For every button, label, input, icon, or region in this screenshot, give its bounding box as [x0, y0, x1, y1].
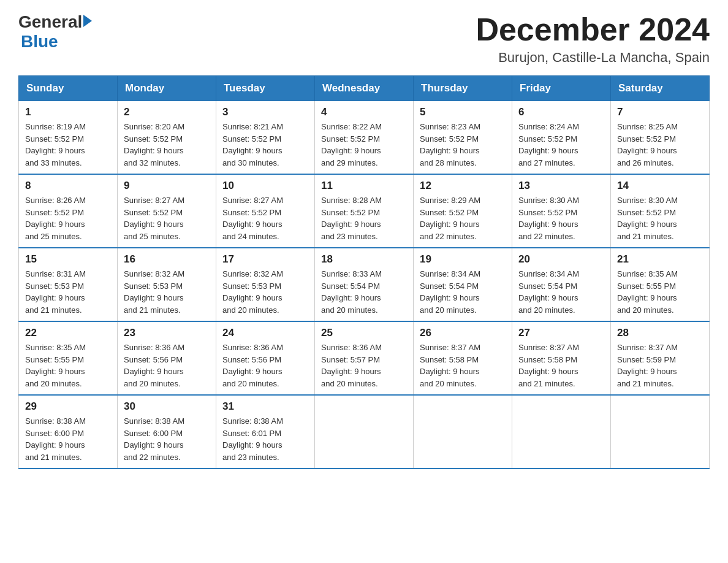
calendar-cell: 25Sunrise: 8:36 AMSunset: 5:57 PMDayligh… [315, 321, 414, 395]
day-number: 22 [25, 327, 111, 339]
calendar-cell: 9Sunrise: 8:27 AMSunset: 5:52 PMDaylight… [118, 174, 216, 248]
calendar-cell: 21Sunrise: 8:35 AMSunset: 5:55 PMDayligh… [611, 248, 710, 321]
calendar-cell: 29Sunrise: 8:38 AMSunset: 6:00 PMDayligh… [19, 395, 118, 469]
weekday-header-saturday: Saturday [611, 76, 710, 101]
day-info: Sunrise: 8:27 AMSunset: 5:52 PMDaylight:… [124, 194, 210, 242]
day-info: Sunrise: 8:38 AMSunset: 6:00 PMDaylight:… [25, 415, 111, 463]
calendar-cell: 15Sunrise: 8:31 AMSunset: 5:53 PMDayligh… [19, 248, 118, 321]
day-number: 2 [124, 106, 210, 118]
calendar-table: SundayMondayTuesdayWednesdayThursdayFrid… [18, 75, 710, 469]
day-info: Sunrise: 8:36 AMSunset: 5:57 PMDaylight:… [321, 342, 407, 389]
day-number: 13 [518, 180, 604, 192]
calendar-cell: 4Sunrise: 8:22 AMSunset: 5:52 PMDaylight… [315, 101, 414, 175]
calendar-cell: 24Sunrise: 8:36 AMSunset: 5:56 PMDayligh… [216, 321, 315, 395]
calendar-cell: 6Sunrise: 8:24 AMSunset: 5:52 PMDaylight… [512, 101, 611, 175]
title-area: December 2024 Burujon, Castille-La Manch… [476, 12, 710, 66]
calendar-cell: 17Sunrise: 8:32 AMSunset: 5:53 PMDayligh… [216, 248, 315, 321]
logo: General Blue [18, 12, 92, 52]
calendar-cell: 20Sunrise: 8:34 AMSunset: 5:54 PMDayligh… [512, 248, 611, 321]
calendar-cell: 11Sunrise: 8:28 AMSunset: 5:52 PMDayligh… [315, 174, 414, 248]
calendar-cell: 13Sunrise: 8:30 AMSunset: 5:52 PMDayligh… [512, 174, 611, 248]
day-info: Sunrise: 8:36 AMSunset: 5:56 PMDaylight:… [124, 342, 210, 389]
day-number: 14 [617, 180, 703, 192]
day-info: Sunrise: 8:25 AMSunset: 5:52 PMDaylight:… [617, 121, 703, 169]
calendar-cell: 14Sunrise: 8:30 AMSunset: 5:52 PMDayligh… [611, 174, 710, 248]
calendar-cell [414, 395, 512, 469]
day-info: Sunrise: 8:34 AMSunset: 5:54 PMDaylight:… [420, 268, 506, 316]
day-number: 20 [518, 253, 604, 266]
day-info: Sunrise: 8:33 AMSunset: 5:54 PMDaylight:… [321, 268, 407, 316]
weekday-header-friday: Friday [512, 76, 611, 101]
day-number: 6 [518, 106, 604, 118]
day-number: 27 [518, 327, 604, 339]
calendar-week-row: 29Sunrise: 8:38 AMSunset: 6:00 PMDayligh… [19, 395, 710, 469]
day-number: 1 [25, 106, 111, 118]
day-number: 8 [25, 180, 111, 192]
calendar-cell: 19Sunrise: 8:34 AMSunset: 5:54 PMDayligh… [414, 248, 512, 321]
day-info: Sunrise: 8:29 AMSunset: 5:52 PMDaylight:… [420, 194, 506, 242]
day-number: 30 [124, 400, 210, 413]
calendar-cell [315, 395, 414, 469]
day-info: Sunrise: 8:23 AMSunset: 5:52 PMDaylight:… [420, 121, 506, 169]
logo-blue-text: Blue [21, 32, 58, 51]
day-info: Sunrise: 8:32 AMSunset: 5:53 PMDaylight:… [124, 268, 210, 316]
weekday-header-monday: Monday [118, 76, 216, 101]
calendar-week-row: 8Sunrise: 8:26 AMSunset: 5:52 PMDaylight… [19, 174, 710, 248]
day-info: Sunrise: 8:28 AMSunset: 5:52 PMDaylight:… [321, 194, 407, 242]
calendar-cell: 10Sunrise: 8:27 AMSunset: 5:52 PMDayligh… [216, 174, 315, 248]
day-number: 12 [420, 180, 506, 192]
month-title: December 2024 [476, 12, 710, 47]
day-info: Sunrise: 8:30 AMSunset: 5:52 PMDaylight:… [518, 194, 604, 242]
day-number: 28 [617, 327, 703, 339]
day-number: 11 [321, 180, 407, 192]
calendar-cell: 22Sunrise: 8:35 AMSunset: 5:55 PMDayligh… [19, 321, 118, 395]
day-number: 15 [25, 253, 111, 266]
calendar-cell: 8Sunrise: 8:26 AMSunset: 5:52 PMDaylight… [19, 174, 118, 248]
calendar-week-row: 22Sunrise: 8:35 AMSunset: 5:55 PMDayligh… [19, 321, 710, 395]
day-info: Sunrise: 8:32 AMSunset: 5:53 PMDaylight:… [222, 268, 308, 316]
day-info: Sunrise: 8:37 AMSunset: 5:58 PMDaylight:… [518, 342, 604, 389]
calendar-cell [512, 395, 611, 469]
day-info: Sunrise: 8:22 AMSunset: 5:52 PMDaylight:… [321, 121, 407, 169]
day-number: 29 [25, 400, 111, 413]
calendar-cell: 3Sunrise: 8:21 AMSunset: 5:52 PMDaylight… [216, 101, 315, 175]
calendar-cell: 18Sunrise: 8:33 AMSunset: 5:54 PMDayligh… [315, 248, 414, 321]
day-info: Sunrise: 8:27 AMSunset: 5:52 PMDaylight:… [222, 194, 308, 242]
calendar-cell: 30Sunrise: 8:38 AMSunset: 6:00 PMDayligh… [118, 395, 216, 469]
day-number: 16 [124, 253, 210, 266]
logo-triangle-icon [83, 15, 92, 27]
day-number: 21 [617, 253, 703, 266]
day-number: 10 [222, 180, 308, 192]
page-header: General Blue December 2024 Burujon, Cast… [18, 12, 710, 66]
weekday-header-row: SundayMondayTuesdayWednesdayThursdayFrid… [19, 76, 710, 101]
day-info: Sunrise: 8:30 AMSunset: 5:52 PMDaylight:… [617, 194, 703, 242]
day-info: Sunrise: 8:31 AMSunset: 5:53 PMDaylight:… [25, 268, 111, 316]
weekday-header-thursday: Thursday [414, 76, 512, 101]
day-number: 18 [321, 253, 407, 266]
day-number: 31 [222, 400, 308, 413]
day-number: 5 [420, 106, 506, 118]
calendar-cell: 12Sunrise: 8:29 AMSunset: 5:52 PMDayligh… [414, 174, 512, 248]
calendar-cell: 16Sunrise: 8:32 AMSunset: 5:53 PMDayligh… [118, 248, 216, 321]
weekday-header-tuesday: Tuesday [216, 76, 315, 101]
day-info: Sunrise: 8:38 AMSunset: 6:00 PMDaylight:… [124, 415, 210, 463]
day-number: 23 [124, 327, 210, 339]
day-info: Sunrise: 8:24 AMSunset: 5:52 PMDaylight:… [518, 121, 604, 169]
weekday-header-wednesday: Wednesday [315, 76, 414, 101]
day-number: 7 [617, 106, 703, 118]
day-info: Sunrise: 8:37 AMSunset: 5:59 PMDaylight:… [617, 342, 703, 389]
calendar-cell: 5Sunrise: 8:23 AMSunset: 5:52 PMDaylight… [414, 101, 512, 175]
calendar-cell [611, 395, 710, 469]
calendar-cell: 23Sunrise: 8:36 AMSunset: 5:56 PMDayligh… [118, 321, 216, 395]
location-title: Burujon, Castille-La Mancha, Spain [476, 50, 710, 66]
day-number: 24 [222, 327, 308, 339]
day-number: 25 [321, 327, 407, 339]
day-number: 17 [222, 253, 308, 266]
day-info: Sunrise: 8:35 AMSunset: 5:55 PMDaylight:… [25, 342, 111, 389]
logo-general-text: General [18, 12, 82, 32]
calendar-cell: 1Sunrise: 8:19 AMSunset: 5:52 PMDaylight… [19, 101, 118, 175]
day-number: 26 [420, 327, 506, 339]
day-number: 19 [420, 253, 506, 266]
calendar-cell: 26Sunrise: 8:37 AMSunset: 5:58 PMDayligh… [414, 321, 512, 395]
weekday-header-sunday: Sunday [19, 76, 118, 101]
